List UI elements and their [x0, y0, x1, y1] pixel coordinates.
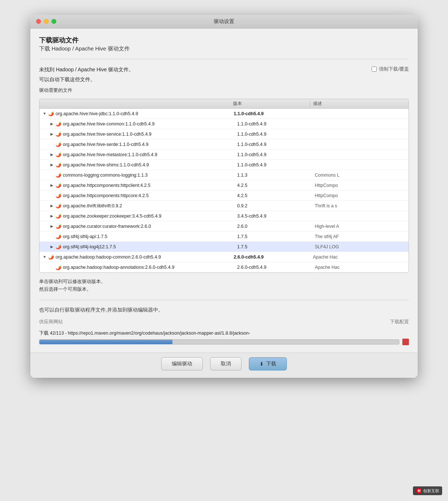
table-row[interactable]: ▶🌶️org.apache.curator:curator-framework:… [39, 221, 409, 231]
links-row: 供应商网站 下载配置 [39, 319, 409, 325]
expand-icon[interactable]: ▶ [50, 183, 54, 187]
force-download-label: 强制下载/覆盖 [379, 66, 409, 72]
table-row[interactable]: ▼🌶️org.apache.hive:hive-jdbc:1.1.0-cdh5.… [39, 109, 409, 119]
drivers-label: 驱动需要的文件 [39, 87, 134, 94]
fire-icon: 🌶️ [56, 265, 61, 270]
table-row[interactable]: ▶🌶️org.apache.hive:hive-shims:1.1.0-cdh5… [39, 160, 409, 170]
table-row[interactable]: ▶🌶️org.apache.httpcomponents:httpclient:… [39, 180, 409, 191]
fire-icon: 🌶️ [48, 111, 54, 116]
col-header-version: 版本 [230, 101, 310, 107]
expand-icon[interactable]: ▶ [50, 122, 54, 126]
fire-icon: 🌶️ [56, 213, 61, 219]
titlebar: 驱动设置 [30, 15, 418, 29]
fire-icon: 🌶️ [56, 172, 61, 178]
top-area: 未找到 Hadoop / Apache Hive 驱动文件。 可以自动下载这些文… [39, 66, 409, 94]
expand-icon[interactable]: ▶ [50, 163, 54, 167]
watermark: 创 创新互联 [413, 486, 442, 495]
table-row[interactable]: ▶🌶️org.apache.hive:hive-common:1.1.0-cdh… [39, 119, 409, 129]
row-version[interactable]: 1.1.0-cdh5.4.9 [232, 111, 311, 116]
row-name: org.apache.zookeeper:zookeeper:3.4.5-cdh… [63, 214, 162, 219]
table-row[interactable]: 🌶️org.apache.httpcomponents:httpcore:4.2… [39, 191, 409, 201]
table-row[interactable]: 🌶️org.slf4j:slf4j-api:1.7.51.7.5The slf4… [39, 231, 409, 242]
row-name: org.apache.hive:hive-metastore:1.1.0-cdh… [63, 152, 157, 157]
row-name: commons-logging:commons-logging:1.1.3 [63, 173, 148, 178]
section-subtitle: 下载 Hadoop / Apache Hive 驱动文件 [39, 45, 409, 52]
row-version[interactable]: 1.1.0-cdh5.4.9 [235, 121, 312, 127]
cancel-button[interactable]: 取消 [210, 357, 242, 370]
row-name: org.slf4j:slf4j-log4j12:1.7.5 [63, 244, 116, 249]
row-name: org.apache.hadoop:hadoop-annotations:2.6… [63, 265, 174, 270]
force-download-area: 强制下载/覆盖 [372, 66, 409, 72]
row-desc: HttpCompo [312, 183, 409, 188]
divider-1 [39, 59, 409, 59]
table-row[interactable]: ▶🌶️org.apache.hive:hive-service:1.1.0-cd… [39, 129, 409, 139]
table-row[interactable]: ▶🌶️org.apache.zookeeper:zookeeper:3.4.5-… [39, 211, 409, 221]
expand-icon[interactable]: ▼ [42, 112, 47, 116]
row-version[interactable]: 1.1.0-cdh5.4.9 [235, 162, 312, 167]
row-version[interactable]: 0.9.2 [235, 203, 312, 208]
hint-area: 单击驱动列可以修改驱动版本。 然后选择一个可用版本。 [39, 278, 409, 293]
divider-2 [39, 300, 409, 300]
expand-icon[interactable]: ▶ [50, 152, 54, 157]
row-desc: SLF4J LOG [312, 244, 409, 249]
download-config-link[interactable]: 下载配置 [390, 319, 409, 325]
fire-icon: 🌶️ [56, 244, 61, 249]
row-desc: High-level A [312, 224, 409, 229]
table-row[interactable]: ▶🌶️org.slf4j:slf4j-log4j12:1.7.51.7.5SLF… [39, 242, 409, 252]
table-row[interactable]: 🌶️commons-logging:commons-logging:1.1.31… [39, 170, 409, 180]
expand-icon[interactable]: ▼ [42, 255, 47, 259]
expand-icon[interactable]: ▶ [50, 214, 54, 218]
table-row[interactable]: ▼🌶️org.apache.hadoop:hadoop-common:2.6.0… [39, 252, 409, 262]
row-version[interactable]: 2.6.0 [235, 224, 312, 229]
row-name: org.apache.httpcomponents:httpcore:4.2.5 [63, 193, 149, 198]
row-version[interactable]: 1.1.0-cdh5.4.9 [235, 142, 312, 147]
row-version[interactable]: 1.1.0-cdh5.4.9 [235, 132, 312, 137]
fire-icon: 🌶️ [56, 223, 61, 229]
row-version[interactable]: 2.6.0-cdh5.4.9 [232, 255, 311, 260]
table-row[interactable]: ▶🌶️org.apache.thrift:libthrift:0.9.20.9.… [39, 201, 409, 211]
vendor-link[interactable]: 供应商网站 [39, 319, 63, 325]
status-line1: 未找到 Hadoop / Apache Hive 驱动文件。 [39, 66, 134, 74]
extra-text: 也可以自行获取驱动程序文件,并添加到驱动编辑器中。 [39, 307, 409, 313]
fire-icon: 🌶️ [56, 142, 61, 147]
table-row[interactable]: ▶🌶️org.apache.hive:hive-metastore:1.1.0-… [39, 150, 409, 160]
row-name: org.apache.thrift:libthrift:0.9.2 [63, 203, 122, 208]
row-version[interactable]: 1.7.5 [235, 244, 312, 249]
row-desc: Apache Hac [311, 255, 409, 260]
row-version[interactable]: 2.6.0-cdh5.4.9 [235, 265, 312, 270]
row-name: org.apache.hive:hive-common:1.1.0-cdh5.4… [63, 121, 155, 127]
drivers-table: 版本 描述 ▼🌶️org.apache.hive:hive-jdbc:1.1.0… [39, 99, 409, 273]
stop-download-button[interactable] [402, 339, 409, 345]
download-button[interactable]: ⬇ 下载 [249, 357, 287, 370]
row-version[interactable]: 4.2.5 [235, 193, 312, 198]
fire-icon: 🌶️ [56, 121, 61, 127]
row-desc: The slf4j AF [312, 234, 409, 239]
force-download-checkbox[interactable] [372, 67, 377, 72]
row-version[interactable]: 1.1.3 [235, 173, 312, 178]
row-desc: HttpCompo [312, 193, 409, 198]
fire-icon: 🌶️ [56, 182, 61, 188]
maximize-button[interactable] [52, 19, 56, 24]
progress-bar-container [39, 339, 409, 345]
fire-icon: 🌶️ [56, 203, 61, 208]
expand-icon[interactable]: ▶ [50, 132, 54, 136]
row-version[interactable]: 4.2.5 [235, 183, 312, 188]
row-version[interactable]: 3.4.5-cdh5.4.9 [235, 214, 312, 219]
minimize-button[interactable] [44, 19, 49, 24]
row-name: org.apache.hive:hive-service:1.1.0-cdh5.… [63, 132, 152, 137]
expand-icon[interactable]: ▶ [50, 204, 54, 208]
window-title: 驱动设置 [214, 18, 234, 25]
table-row[interactable]: 🌶️org.apache.hadoop:hadoop-annotations:2… [39, 262, 409, 272]
progress-bar-fill [39, 340, 172, 344]
progress-bar-bg [39, 339, 399, 344]
fire-icon: 🌶️ [56, 152, 61, 157]
close-button[interactable] [36, 19, 41, 24]
fire-icon: 🌶️ [56, 193, 61, 198]
row-version[interactable]: 1.7.5 [235, 234, 312, 239]
expand-icon[interactable]: ▶ [50, 224, 54, 228]
fire-icon: 🌶️ [48, 254, 54, 260]
expand-icon[interactable]: ▶ [50, 245, 54, 249]
row-version[interactable]: 1.1.0-cdh5.4.9 [235, 152, 312, 157]
edit-driver-button[interactable]: 编辑驱动 [161, 357, 203, 370]
table-row[interactable]: 🌶️org.apache.hive:hive-serde:1.1.0-cdh5.… [39, 139, 409, 150]
